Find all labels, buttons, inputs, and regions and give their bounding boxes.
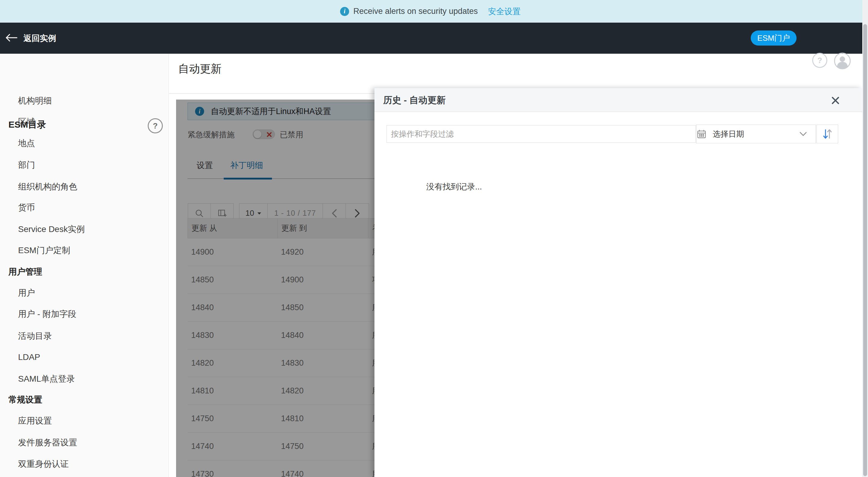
scrollbar-thumb[interactable] bbox=[863, 24, 867, 476]
back-arrow-icon bbox=[5, 33, 18, 43]
back-to-instances-button[interactable]: 返回实例 bbox=[5, 23, 56, 54]
esm-portal-button[interactable]: ESM门户 bbox=[751, 30, 797, 46]
calendar-icon bbox=[696, 129, 707, 139]
sidebar-item-saml-sso[interactable]: SAML单点登录 bbox=[18, 373, 75, 385]
sidebar-item-org-roles[interactable]: 组织机构的角色 bbox=[18, 181, 77, 193]
sidebar-item-sites[interactable]: 地点 bbox=[18, 137, 35, 149]
sidebar-item-currency[interactable]: 货币 bbox=[18, 202, 35, 214]
sidebar-item-two-factor[interactable]: 双重身份认证 bbox=[18, 458, 69, 470]
sidebar-item-portal-custom[interactable]: ESM门户定制 bbox=[18, 244, 70, 257]
sidebar-item-app-settings[interactable]: 应用设置 bbox=[18, 415, 52, 427]
sort-button[interactable] bbox=[816, 125, 838, 143]
sidebar-item-org-details[interactable]: 机构明细 bbox=[18, 95, 52, 107]
sidebar-item-departments[interactable]: 部门 bbox=[18, 159, 35, 171]
date-select-label: 选择日期 bbox=[713, 129, 744, 139]
close-button[interactable] bbox=[829, 94, 842, 107]
sidebar-section-user-management: 用户管理 bbox=[8, 266, 42, 278]
sidebar-item-regions[interactable]: 区域 bbox=[18, 116, 35, 128]
info-icon: i bbox=[340, 7, 349, 16]
sidebar-item-active-directory[interactable]: 活动目录 bbox=[18, 330, 52, 342]
history-drawer: 历史 - 自动更新 选择日期 没有找到记录... bbox=[374, 88, 862, 477]
security-banner: i Receive alerts on security updates 安全设… bbox=[0, 0, 868, 23]
sidebar: ESM目录 ? 机构明细 区域 地点 部门 组织机构的角色 货币 Service… bbox=[0, 54, 169, 477]
close-icon bbox=[831, 96, 840, 105]
sidebar-item-user-addl-fields[interactable]: 用户 - 附加字段 bbox=[18, 308, 76, 320]
history-filter-input[interactable] bbox=[386, 125, 696, 143]
sort-icon bbox=[822, 128, 833, 140]
sidebar-section-general-settings: 常规设置 bbox=[8, 394, 42, 406]
security-settings-link[interactable]: 安全设置 bbox=[488, 6, 521, 17]
security-banner-text: Receive alerts on security updates bbox=[353, 7, 478, 16]
app-bar: 返回实例 ESM门户 ? bbox=[0, 23, 868, 54]
date-select-dropdown[interactable]: 选择日期 bbox=[696, 125, 816, 143]
sidebar-item-ldap[interactable]: LDAP bbox=[18, 351, 40, 363]
sidebar-item-sd-instances[interactable]: Service Desk实例 bbox=[18, 223, 85, 235]
drawer-title: 历史 - 自动更新 bbox=[383, 88, 445, 112]
help-icon[interactable]: ? bbox=[812, 53, 827, 68]
chevron-down-icon bbox=[799, 131, 807, 137]
sidebar-item-users[interactable]: 用户 bbox=[18, 287, 35, 299]
user-avatar[interactable] bbox=[834, 53, 851, 70]
page-title: 自动更新 bbox=[178, 62, 222, 76]
no-records-message: 没有找到记录... bbox=[426, 181, 482, 192]
back-label: 返回实例 bbox=[24, 33, 56, 44]
sidebar-help-icon[interactable]: ? bbox=[148, 118, 163, 133]
page-scrollbar bbox=[862, 0, 868, 477]
drawer-header: 历史 - 自动更新 bbox=[374, 88, 862, 112]
sidebar-item-mail-server[interactable]: 发件服务器设置 bbox=[18, 437, 77, 449]
